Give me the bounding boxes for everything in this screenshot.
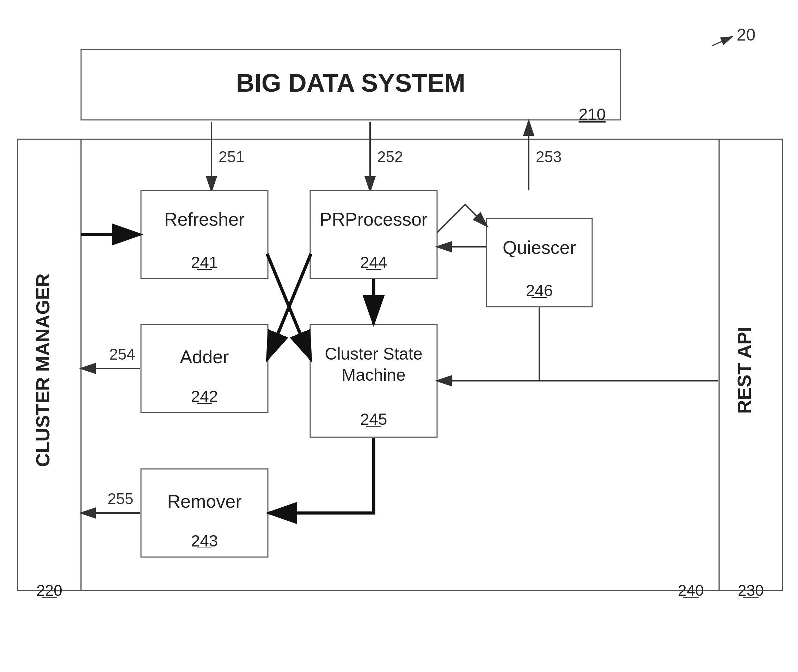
cluster-manager-ref: 220 xyxy=(36,582,62,599)
remover-ref: 243 xyxy=(191,532,218,550)
arrow-255-label: 255 xyxy=(107,490,133,507)
arrow-253-label: 253 xyxy=(536,148,561,165)
quiescer-label: Quiescer xyxy=(503,237,576,258)
cluster-manager-label: CLUSTER MANAGER xyxy=(32,274,53,467)
figure-ref: 20 xyxy=(737,26,755,44)
cluster-state-machine-label1: Cluster State xyxy=(325,344,422,363)
prprocessor-ref: 244 xyxy=(360,253,387,272)
big-data-system-ref: 210 xyxy=(579,105,606,123)
quiescer-ref: 246 xyxy=(526,282,553,300)
diagram-container: 20 BIG DATA SYSTEM 210 CLUSTER MANAGER 2… xyxy=(0,0,798,672)
main-box-ref: 240 xyxy=(678,582,704,599)
remover-label: Remover xyxy=(168,491,242,512)
prprocessor-label: PRProcessor xyxy=(320,209,427,229)
adder-ref: 242 xyxy=(191,387,218,405)
refresher-ref: 241 xyxy=(191,253,218,272)
big-data-system-label: BIG DATA SYSTEM xyxy=(236,69,465,97)
rest-api-label: REST API xyxy=(734,326,755,414)
arrow-254-label: 254 xyxy=(109,346,135,363)
rest-api-ref: 230 xyxy=(738,582,763,599)
arrow-252-label: 252 xyxy=(377,148,403,165)
adder-label: Adder xyxy=(180,347,229,367)
cluster-state-machine-label2: Machine xyxy=(342,366,405,384)
cluster-state-machine-ref: 245 xyxy=(360,410,387,428)
arrow-251-label: 251 xyxy=(219,148,244,165)
refresher-label: Refresher xyxy=(164,209,245,229)
